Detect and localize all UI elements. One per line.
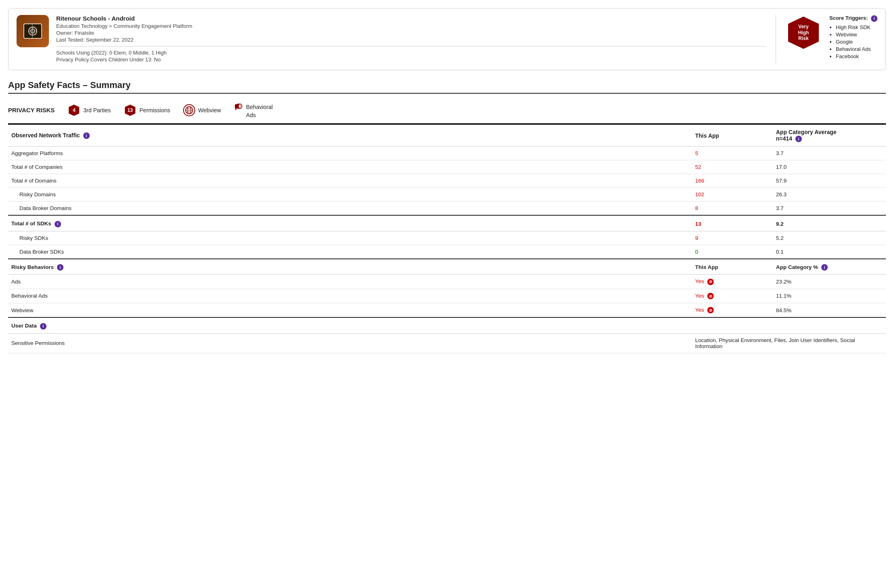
col-header-this-app: This App [692,124,773,147]
summary-title: App Safety Facts – Summary [8,80,886,90]
col-header-metric: Observed Network Traffic i [8,124,692,147]
table-header-row: Observed Network Traffic i This App App … [8,124,886,147]
main-data-table: Observed Network Traffic i This App App … [8,124,886,353]
row-this-app: 52 [692,160,773,174]
risk-line1: Very [798,24,808,29]
yes-stop-icon: ⊘ [707,279,714,285]
score-triggers-title: Score Triggers: i [829,15,877,22]
row-category-pct: 84.5% [773,303,886,318]
row-this-app: 166 [692,174,773,188]
table-row: Aggregator Platforms 5 3.7 [8,147,886,160]
risk-badge-container: Very High Risk [786,15,821,50]
row-this-app: Yes ⊘ [692,275,773,289]
app-title: Ritenour Schools - Android [56,15,766,22]
sensitive-permissions-value: Location, Physical Environment, Files, J… [692,333,886,353]
network-traffic-info-icon[interactable]: i [83,132,90,139]
header-divider [776,15,776,63]
risk-line3: Risk [798,36,808,41]
app-last-tested: Last Tested: September 22, 2022 [56,37,766,43]
table-row: Risky SDKs 9 5.2 [8,231,886,245]
app-category: Education Technology > Community Engagem… [56,23,766,29]
app-schools-using: Schools Using (2022): 0 Elem, 0 Middle, … [56,50,766,56]
risk-item-permissions: 13 Permissions [124,104,170,117]
col-header-category-avg: App Category Averagen=414 i [773,124,886,147]
user-data-header: User Data i [8,317,886,333]
row-category-pct: 23.2% [773,275,886,289]
svg-rect-15 [235,108,236,110]
yes-stop-icon: ⊘ [707,307,714,313]
score-triggers-info-icon[interactable]: i [871,15,877,22]
trigger-4: Behavioral Ads [836,46,877,52]
badge-permissions-value: 13 [127,107,133,113]
table-row: Total # of Domains 166 57.9 [8,174,886,188]
trigger-1: High Risk SDK [836,24,877,30]
risk-item-behavioral-ads: Behavioral Ads [234,102,273,118]
badge-3rd-parties-value: 4 [73,107,76,113]
row-this-app: 0 [692,245,773,259]
risky-behaviors-label: Risky Behaviors i [8,259,692,275]
label-behavioral: Behavioral [246,104,273,110]
table-row: Ads Yes ⊘ 23.2% [8,275,886,289]
table-section-header: Total # of SDKs i 13 9.2 [8,215,886,231]
privacy-risks-label: PRIVACY RISKS [8,107,55,113]
table-row: Sensitive Permissions Location, Physical… [8,333,886,353]
row-category-avg: 3.7 [773,147,886,160]
row-label: Total # of Domains [8,174,692,188]
label-3rd-parties: 3rd Parties [83,107,111,113]
sdks-header-label: Total # of SDKs i [8,215,692,231]
row-this-app: Yes ⊘ [692,303,773,318]
category-pct-info-icon[interactable]: i [821,264,828,271]
row-category-avg: 57.9 [773,174,886,188]
table-row: Data Broker Domains 8 3.7 [8,202,886,216]
row-this-app: 5 [692,147,773,160]
row-category-pct: 11.1% [773,289,886,303]
risky-behaviors-header: Risky Behaviors i This App App Category … [8,259,886,275]
sdks-category-avg: 9.2 [773,215,886,231]
app-icon [17,15,49,47]
table-row: Behavioral Ads Yes ⊘ 11.1% [8,289,886,303]
row-this-app: Yes ⊘ [692,289,773,303]
app-header-card: Ritenour Schools - Android Education Tec… [8,8,886,70]
table-row: Risky Domains 102 26.3 [8,188,886,202]
app-info: Ritenour Schools - Android Education Tec… [56,15,766,63]
row-label: Ads [8,275,692,289]
megaphone-icon [234,102,244,112]
row-this-app: 102 [692,188,773,202]
row-label: Behavioral Ads [8,289,692,303]
summary-divider [8,93,886,94]
table-row: Webview Yes ⊘ 84.5% [8,303,886,318]
user-data-label: User Data i [8,317,886,333]
risk-line2: High [798,30,809,36]
category-avg-info-icon[interactable]: i [795,136,802,142]
sdks-this-app: 13 [692,215,773,231]
label-ads: Ads [246,112,256,118]
sdks-info-icon[interactable]: i [55,221,61,227]
app-owner: Owner: Finalsite [56,30,766,36]
row-category-avg: 26.3 [773,188,886,202]
risky-behaviors-info-icon[interactable]: i [57,264,63,271]
globe-icon [183,104,195,116]
user-data-info-icon[interactable]: i [40,323,46,330]
yes-stop-icon: ⊘ [707,293,714,299]
risky-behaviors-this-app-header: This App [692,259,773,275]
label-webview: Webview [198,107,221,113]
label-permissions: Permissions [139,107,170,113]
row-label: Data Broker SDKs [8,245,692,259]
table-row: Total # of Companies 52 17.0 [8,160,886,174]
row-category-avg: 5.2 [773,231,886,245]
table-row: Data Broker SDKs 0 0.1 [8,245,886,259]
row-label: Total # of Companies [8,160,692,174]
row-this-app: 9 [692,231,773,245]
trigger-5: Facebook [836,53,877,59]
svg-rect-14 [235,105,236,108]
score-section: Very High Risk Score Triggers: i High Ri… [786,15,877,63]
trigger-3: Google [836,39,877,45]
privacy-risks-row: PRIVACY RISKS 4 3rd Parties 13 Permissio… [8,102,886,118]
risky-behaviors-category-pct-header: App Category % i [773,259,886,275]
trigger-2: Webview [836,32,877,38]
sensitive-permissions-label: Sensitive Permissions [8,333,692,353]
risk-item-3rd-parties: 4 3rd Parties [67,104,111,117]
row-category-avg: 3.7 [773,202,886,216]
score-triggers-list: High Risk SDK Webview Google Behavioral … [829,24,877,59]
row-label: Risky Domains [8,188,692,202]
